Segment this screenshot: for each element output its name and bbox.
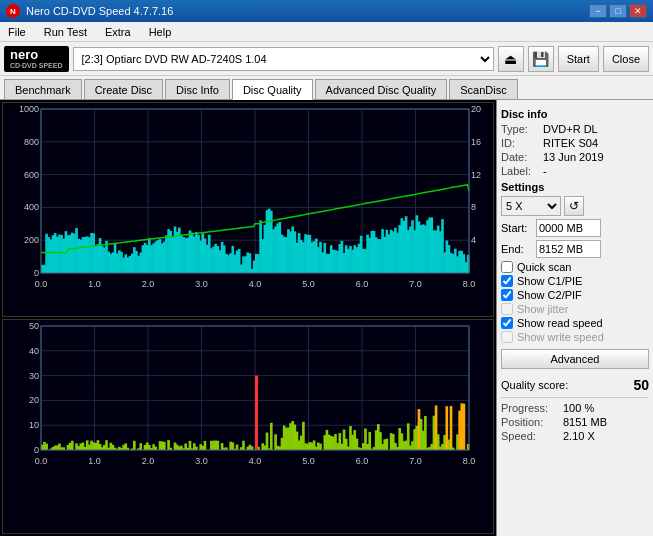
menu-extra[interactable]: Extra — [101, 25, 135, 39]
eject-icon[interactable]: ⏏ — [498, 46, 524, 72]
show-write-speed-row: Show write speed — [501, 331, 649, 343]
tab-disc-quality[interactable]: Disc Quality — [232, 79, 313, 100]
disc-type-label: Type: — [501, 123, 541, 135]
position-value: 8151 MB — [563, 416, 607, 428]
show-jitter-label: Show jitter — [517, 303, 568, 315]
refresh-icon[interactable]: ↺ — [564, 196, 584, 216]
minimize-button[interactable]: − — [589, 4, 607, 18]
window-title: Nero CD-DVD Speed 4.7.7.16 — [26, 5, 173, 17]
progress-row: Progress: 100 % — [501, 402, 649, 414]
disc-id-row: ID: RITEK S04 — [501, 137, 649, 149]
advanced-button[interactable]: Advanced — [501, 349, 649, 369]
show-c2-row: Show C2/PIF — [501, 289, 649, 301]
end-mb-input[interactable] — [536, 240, 601, 258]
start-mb-label: Start: — [501, 222, 533, 234]
position-row: Position: 8151 MB — [501, 416, 649, 428]
start-mb-input[interactable] — [536, 219, 601, 237]
quality-score-row: Quality score: 50 — [501, 377, 649, 393]
start-mb-row: Start: — [501, 219, 649, 237]
end-mb-label: End: — [501, 243, 533, 255]
speed-value: 2.10 X — [563, 430, 595, 442]
show-c1-row: Show C1/PIE — [501, 275, 649, 287]
chart-pi-errors — [2, 102, 494, 317]
show-c1-checkbox[interactable] — [501, 275, 513, 287]
disc-type-value: DVD+R DL — [543, 123, 598, 135]
nero-logo: nero CD·DVD SPEED — [4, 46, 69, 72]
close-disc-button[interactable]: Close — [603, 46, 649, 72]
tab-bar: Benchmark Create Disc Disc Info Disc Qua… — [0, 76, 653, 100]
show-jitter-checkbox — [501, 303, 513, 315]
quality-score-value: 50 — [633, 377, 649, 393]
close-button[interactable]: ✕ — [629, 4, 647, 18]
disc-date-row: Date: 13 Jun 2019 — [501, 151, 649, 163]
progress-label: Progress: — [501, 402, 561, 414]
tab-scandisc[interactable]: ScanDisc — [449, 79, 517, 99]
speed-label: Speed: — [501, 430, 561, 442]
menu-help[interactable]: Help — [145, 25, 176, 39]
window-controls: − □ ✕ — [589, 4, 647, 18]
show-read-speed-label: Show read speed — [517, 317, 603, 329]
menu-run-test[interactable]: Run Test — [40, 25, 91, 39]
quick-scan-label: Quick scan — [517, 261, 571, 273]
drive-select[interactable]: [2:3] Optiarc DVD RW AD-7240S 1.04 — [73, 47, 494, 71]
tab-disc-info[interactable]: Disc Info — [165, 79, 230, 99]
quick-scan-checkbox[interactable] — [501, 261, 513, 273]
disc-label-row: Label: - — [501, 165, 649, 177]
disc-date-label: Date: — [501, 151, 541, 163]
chart-pi-failures — [2, 319, 494, 534]
speed-row: 5 X ↺ — [501, 196, 649, 216]
app-icon: N — [6, 4, 20, 18]
end-mb-row: End: — [501, 240, 649, 258]
main-content: Disc info Type: DVD+R DL ID: RITEK S04 D… — [0, 100, 653, 536]
quality-score-label: Quality score: — [501, 379, 568, 391]
progress-value: 100 % — [563, 402, 594, 414]
speed-row2: Speed: 2.10 X — [501, 430, 649, 442]
tab-create-disc[interactable]: Create Disc — [84, 79, 163, 99]
show-read-speed-row: Show read speed — [501, 317, 649, 329]
settings-title: Settings — [501, 181, 649, 193]
maximize-button[interactable]: □ — [609, 4, 627, 18]
show-jitter-row: Show jitter — [501, 303, 649, 315]
tab-advanced-disc-quality[interactable]: Advanced Disc Quality — [315, 79, 448, 99]
show-write-speed-label: Show write speed — [517, 331, 604, 343]
show-write-speed-checkbox — [501, 331, 513, 343]
stats-panel: Disc info Type: DVD+R DL ID: RITEK S04 D… — [497, 100, 653, 536]
save-icon[interactable]: 💾 — [528, 46, 554, 72]
toolbar: nero CD·DVD SPEED [2:3] Optiarc DVD RW A… — [0, 42, 653, 76]
start-button[interactable]: Start — [558, 46, 599, 72]
disc-id-label: ID: — [501, 137, 541, 149]
speed-select[interactable]: 5 X — [501, 196, 561, 216]
quick-scan-row: Quick scan — [501, 261, 649, 273]
show-c2-checkbox[interactable] — [501, 289, 513, 301]
charts-area — [0, 100, 497, 536]
disc-id-value: RITEK S04 — [543, 137, 598, 149]
show-c2-label: Show C2/PIF — [517, 289, 582, 301]
disc-label-label: Label: — [501, 165, 541, 177]
menu-bar: File Run Test Extra Help — [0, 22, 653, 42]
disc-date-value: 13 Jun 2019 — [543, 151, 604, 163]
show-c1-label: Show C1/PIE — [517, 275, 582, 287]
tab-benchmark[interactable]: Benchmark — [4, 79, 82, 99]
disc-label-value: - — [543, 165, 547, 177]
show-read-speed-checkbox[interactable] — [501, 317, 513, 329]
disc-type-row: Type: DVD+R DL — [501, 123, 649, 135]
position-label: Position: — [501, 416, 561, 428]
title-bar: N Nero CD-DVD Speed 4.7.7.16 − □ ✕ — [0, 0, 653, 22]
menu-file[interactable]: File — [4, 25, 30, 39]
disc-info-title: Disc info — [501, 108, 649, 120]
